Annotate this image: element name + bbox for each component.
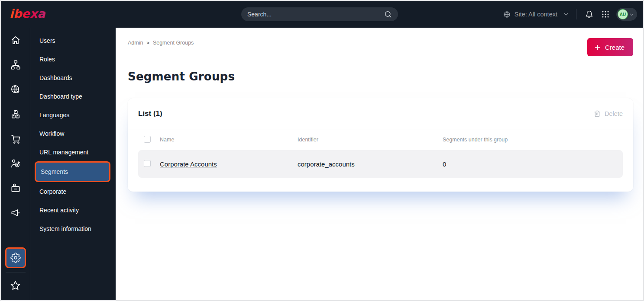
commerce-cart-icon[interactable] [6, 129, 25, 148]
breadcrumb-segment-groups[interactable]: Segment Groups [153, 40, 194, 46]
delete-button-label: Delete [605, 110, 623, 117]
campaign-megaphone-icon[interactable] [6, 203, 25, 222]
menu-item-languages[interactable]: Languages [30, 106, 116, 124]
site-context-selector[interactable]: Site: All context [503, 11, 569, 18]
menu-item-segments[interactable]: Segments [35, 161, 110, 182]
admin-menu-sidebar: Users Roles Dashboards Dashboard type La… [30, 28, 116, 300]
menu-item-dashboard-type[interactable]: Dashboard type [30, 87, 116, 106]
create-button[interactable]: Create [587, 38, 633, 56]
content-tree-icon[interactable] [6, 55, 25, 74]
topbar-right-cluster: Site: All context AU [503, 1, 637, 28]
iconbar-divider [6, 272, 26, 272]
corporate-badge-icon[interactable] [6, 179, 25, 198]
breadcrumb-separator: > [146, 40, 149, 45]
icon-sidebar [1, 28, 30, 300]
personalization-target-icon[interactable] [6, 154, 25, 173]
topbar-divider [576, 9, 576, 19]
top-bar: ibexa Site: All context [1, 1, 643, 28]
site-globe-icon[interactable] [6, 80, 25, 99]
global-search [241, 7, 398, 21]
globe-icon [503, 11, 511, 18]
list-count-title: List (1) [138, 109, 162, 118]
row-checkbox[interactable] [144, 160, 151, 167]
breadcrumb: Admin > Segment Groups [128, 38, 194, 46]
segment-group-link[interactable]: Corporate Accounts [160, 160, 217, 168]
logo-text: ibexa [10, 7, 46, 20]
column-header-segments-count: Segments under this group [443, 137, 623, 143]
breadcrumb-admin[interactable]: Admin [128, 40, 143, 46]
segment-groups-list-card: List (1) Delete Nam [128, 98, 633, 192]
segment-group-identifier: corporate_accounts [298, 160, 443, 168]
menu-item-system-information[interactable]: System information [30, 219, 116, 238]
create-button-label: Create [605, 44, 625, 51]
admin-gear-icon[interactable] [5, 247, 26, 268]
product-boxes-icon[interactable] [6, 105, 25, 124]
select-all-checkbox[interactable] [144, 136, 151, 143]
search-icon[interactable] [384, 10, 392, 18]
menu-item-recent-activity[interactable]: Recent activity [30, 201, 116, 219]
delete-button[interactable]: Delete [594, 110, 623, 117]
column-header-identifier: Identifier [298, 137, 443, 143]
ibexa-logo[interactable]: ibexa [9, 5, 49, 23]
table-header-row: Name Identifier Segments under this grou… [128, 129, 633, 150]
menu-item-workflow[interactable]: Workflow [30, 124, 116, 143]
chevron-down-icon [629, 12, 634, 17]
site-context-label: Site: All context [515, 11, 557, 18]
trash-icon [594, 110, 601, 117]
app-grid-icon[interactable] [600, 9, 611, 19]
app-window: ibexa Site: All context [0, 0, 644, 301]
avatar: AU [618, 9, 628, 19]
menu-item-corporate[interactable]: Corporate [30, 182, 116, 201]
column-header-name: Name [160, 137, 298, 143]
menu-item-roles[interactable]: Roles [30, 50, 116, 68]
plus-icon [594, 44, 601, 51]
menu-item-dashboards[interactable]: Dashboards [30, 68, 116, 87]
notifications-bell-icon[interactable] [584, 9, 595, 20]
user-menu[interactable]: AU [616, 8, 637, 21]
segment-group-count: 0 [443, 160, 623, 168]
chevron-down-icon [563, 12, 569, 17]
table-row: Corporate Accounts corporate_accounts 0 [138, 150, 623, 178]
page-title: Segment Groups [128, 70, 633, 83]
menu-item-url-management[interactable]: URL management [30, 143, 116, 161]
menu-item-users[interactable]: Users [30, 31, 116, 50]
search-input[interactable] [247, 11, 384, 18]
bookmarks-star-icon[interactable] [6, 276, 25, 295]
main-content: Admin > Segment Groups Create Segment Gr… [116, 28, 643, 300]
home-icon[interactable] [6, 31, 25, 50]
